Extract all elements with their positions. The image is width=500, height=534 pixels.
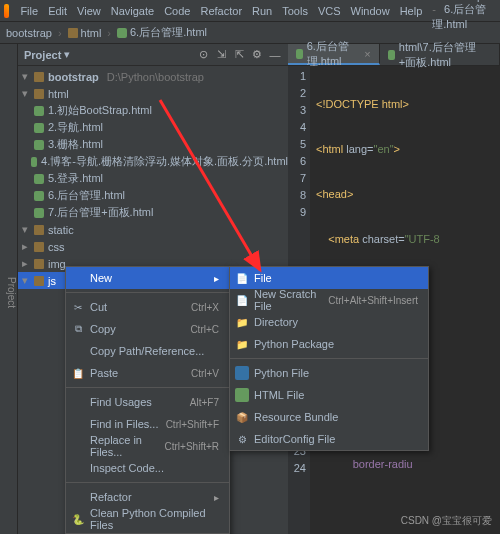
html-icon [34, 191, 44, 201]
tab-file-2[interactable]: html\7.后台管理+面板.html [380, 44, 500, 65]
menu-view[interactable]: View [72, 5, 106, 17]
new-resource-bundle[interactable]: 📦Resource Bundle [230, 406, 428, 428]
python-icon [235, 366, 249, 380]
folder-icon [34, 259, 44, 269]
menu-help[interactable]: Help [395, 5, 428, 17]
html-icon [34, 174, 44, 184]
close-icon[interactable]: × [364, 48, 370, 60]
ctx-refactor[interactable]: Refactor▸ [66, 486, 229, 508]
menu-window[interactable]: Window [346, 5, 395, 17]
project-title: Project [24, 49, 61, 61]
python-icon: 🐍 [71, 512, 85, 526]
ide-logo-icon [4, 4, 9, 18]
ctx-new[interactable]: New▸ [66, 267, 229, 289]
hide-icon[interactable]: — [268, 48, 282, 62]
copy-icon: ⧉ [71, 322, 85, 336]
new-editorconfig[interactable]: ⚙EditorConfig File [230, 428, 428, 450]
folder-icon: 📁 [235, 315, 249, 329]
ctx-copy[interactable]: ⧉CopyCtrl+C [66, 318, 229, 340]
ctx-replace-in-files[interactable]: Replace in Files...Ctrl+Shift+R [66, 435, 229, 457]
watermark: CSDN @宝宝很可爱 [401, 514, 492, 528]
menu-vcs[interactable]: VCS [313, 5, 346, 17]
file-icon: 📄 [235, 271, 249, 285]
menu-refactor[interactable]: Refactor [195, 5, 247, 17]
ctx-find-in-files[interactable]: Find in Files...Ctrl+Shift+F [66, 413, 229, 435]
project-header: Project▾ ⊙ ⇲ ⇱ ⚙ — [18, 44, 288, 66]
bundle-icon: 📦 [235, 410, 249, 424]
settings-icon[interactable]: ⚙ [250, 48, 264, 62]
new-py-file[interactable]: Python File [230, 362, 428, 384]
menu-edit[interactable]: Edit [43, 5, 72, 17]
html-icon [117, 28, 127, 38]
ctx-inspect[interactable]: Inspect Code... [66, 457, 229, 479]
context-menu: New▸ ✂CutCtrl+X ⧉CopyCtrl+C Copy Path/Re… [65, 266, 230, 534]
new-submenu: 📄File 📄New Scratch FileCtrl+Alt+Shift+In… [229, 266, 429, 451]
html-icon [31, 157, 37, 167]
folder-icon [34, 72, 44, 82]
html-icon [34, 140, 44, 150]
folder-icon [34, 242, 44, 252]
cut-icon: ✂ [71, 300, 85, 314]
new-py-pkg[interactable]: 📁Python Package [230, 333, 428, 355]
ctx-find-usages[interactable]: Find UsagesAlt+F7 [66, 391, 229, 413]
html-icon [388, 50, 395, 60]
new-scratch[interactable]: 📄New Scratch FileCtrl+Alt+Shift+Insert [230, 289, 428, 311]
ctx-clean-py[interactable]: 🐍Clean Python Compiled Files [66, 508, 229, 530]
folder-icon [34, 89, 44, 99]
crumb-dir[interactable]: html [62, 27, 108, 39]
new-directory[interactable]: 📁Directory [230, 311, 428, 333]
ctx-copy-path[interactable]: Copy Path/Reference... [66, 340, 229, 362]
folder-icon [68, 28, 78, 38]
html-icon [296, 49, 303, 59]
menu-navigate[interactable]: Navigate [106, 5, 159, 17]
collapse-all-icon[interactable]: ⇱ [232, 48, 246, 62]
crumb-root[interactable]: bootstrap [0, 27, 58, 39]
html-icon [34, 123, 44, 133]
scratch-icon: 📄 [235, 293, 249, 307]
menu-run[interactable]: Run [247, 5, 277, 17]
menu-tools[interactable]: Tools [277, 5, 313, 17]
gear-icon: ⚙ [235, 432, 249, 446]
menu-file[interactable]: File [15, 5, 43, 17]
folder-icon [34, 225, 44, 235]
paste-icon: 📋 [71, 366, 85, 380]
html-icon [34, 208, 44, 218]
expand-all-icon[interactable]: ⇲ [214, 48, 228, 62]
ctx-cut[interactable]: ✂CutCtrl+X [66, 296, 229, 318]
editor-tabs: 6.后台管理.html× html\7.后台管理+面板.html [288, 44, 500, 66]
main-menu-bar: File Edit View Navigate Code Refactor Ru… [0, 0, 500, 22]
ctx-paste[interactable]: 📋PasteCtrl+V [66, 362, 229, 384]
html-icon [235, 388, 249, 402]
crumb-file[interactable]: 6.后台管理.html [111, 25, 213, 40]
left-gutter-project[interactable]: Project [0, 44, 18, 534]
html-icon [34, 106, 44, 116]
menu-code[interactable]: Code [159, 5, 195, 17]
new-file[interactable]: 📄File [230, 267, 428, 289]
title-project: bootstrap - 6.后台管理.html [427, 0, 496, 32]
select-file-icon[interactable]: ⊙ [196, 48, 210, 62]
folder-icon [34, 276, 44, 286]
new-html-file[interactable]: HTML File [230, 384, 428, 406]
tab-file-1[interactable]: 6.后台管理.html× [288, 44, 380, 65]
package-icon: 📁 [235, 337, 249, 351]
